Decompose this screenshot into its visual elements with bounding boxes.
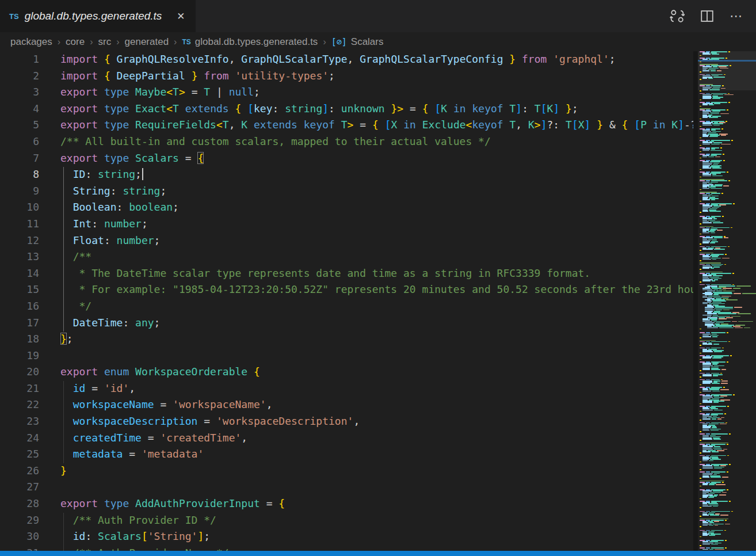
breadcrumb-item-global-db-types-generated-ts[interactable]: TSglobal.db.types.generated.ts	[182, 36, 318, 48]
minimap-line	[700, 376, 755, 378]
indent-guide	[63, 167, 64, 332]
code-line[interactable]: 27	[0, 479, 693, 496]
code-line[interactable]: 21 id = 'id',	[0, 380, 693, 397]
tab-bar: TS global.db.types.generated.ts ✕ ⋯	[0, 0, 756, 32]
open-changes-icon[interactable]	[670, 9, 685, 24]
code-line[interactable]: 25 metadata = 'metadata'	[0, 446, 693, 463]
line-number: 22	[0, 397, 39, 413]
code-line[interactable]: 15 * For example: "1985-04-12T23:20:50.5…	[0, 281, 693, 298]
code-line[interactable]: 24 createdTime = 'createdTime',	[0, 430, 693, 447]
line-number: 9	[0, 183, 39, 200]
minimap-line	[700, 234, 755, 235]
code-line[interactable]: 1import { GraphQLResolveInfo, GraphQLSca…	[0, 51, 693, 68]
close-icon[interactable]: ✕	[174, 9, 187, 24]
vscode-window: TS global.db.types.generated.ts ✕ ⋯	[0, 0, 756, 556]
code-line[interactable]: 18};	[0, 331, 693, 348]
breadcrumb-item-core[interactable]: core	[66, 36, 85, 48]
code-line[interactable]: 14 * The DateTime scalar type represents…	[0, 265, 693, 282]
code-line[interactable]: 30 id: Scalars['String'];	[0, 528, 693, 545]
code-line[interactable]: 13 /**	[0, 249, 693, 265]
code-text: export enum WorkspaceOrderable {	[39, 364, 260, 380]
code-line[interactable]: 16 */	[0, 298, 693, 315]
more-actions-icon[interactable]: ⋯	[730, 10, 743, 22]
code-line[interactable]: 2import { DeepPartial } from 'utility-ty…	[0, 68, 693, 85]
code-line[interactable]: 6/** All built-in and custom scalars, ma…	[0, 134, 693, 150]
code-line[interactable]: 4export type Exact<T extends { [key: str…	[0, 101, 693, 117]
minimap-line	[700, 138, 755, 139]
code-text: workspaceDescription = 'workspaceDescrip…	[39, 413, 360, 430]
code-line[interactable]: 11 Int: number;	[0, 216, 693, 233]
minimap-line	[700, 281, 755, 283]
code-text: export type RequireFields<T, K extends k…	[39, 117, 693, 134]
breadcrumb: packages›core›src›generated›TSglobal.db.…	[0, 32, 756, 51]
code-text: /** Auth Provider ID */	[39, 512, 216, 529]
code-line[interactable]: 29 /** Auth Provider ID */	[0, 512, 693, 529]
minimap-line	[700, 411, 755, 412]
minimap-line	[700, 507, 755, 508]
code-line[interactable]: 5export type RequireFields<T, K extends …	[0, 117, 693, 134]
code-text: * For example: "1985-04-12T23:20:50.52Z"…	[39, 281, 693, 298]
code-line[interactable]: 22 workspaceName = 'workspaceName',	[0, 397, 693, 413]
minimap-line	[700, 536, 755, 538]
code-line[interactable]: 8 ID: string;	[0, 166, 693, 183]
breadcrumb-item-src[interactable]: src	[98, 36, 112, 48]
tab-global-db-types[interactable]: TS global.db.types.generated.ts ✕	[0, 0, 196, 32]
line-number: 28	[0, 496, 39, 512]
minimap[interactable]	[698, 51, 756, 551]
code-editor[interactable]: 1import { GraphQLResolveInfo, GraphQLSca…	[0, 51, 693, 551]
code-line[interactable]: 10 Boolean: boolean;	[0, 199, 693, 216]
code-line[interactable]: 31 /** Auth Provider Name */	[0, 545, 693, 551]
breadcrumb-item-packages[interactable]: packages	[10, 36, 52, 48]
minimap-line	[700, 250, 755, 251]
line-number: 16	[0, 298, 39, 315]
code-line[interactable]: 17 DateTime: any;	[0, 315, 693, 332]
minimap-line	[700, 260, 755, 261]
code-text: export type Maybe<T> = T | null;	[39, 84, 260, 101]
line-number: 27	[0, 479, 39, 496]
minimap-line	[700, 106, 755, 107]
line-number: 26	[0, 463, 39, 479]
code-line[interactable]: 19	[0, 348, 693, 364]
code-text	[39, 479, 60, 496]
code-line[interactable]: 7export type Scalars = {	[0, 150, 693, 167]
code-line[interactable]: 28export type AddAuthProviderInput = {	[0, 496, 693, 512]
status-bar[interactable]	[0, 551, 756, 556]
split-editor-icon[interactable]	[700, 9, 715, 24]
code-line[interactable]: 23 workspaceDescription = 'workspaceDesc…	[0, 413, 693, 430]
tab-bar-empty-space	[196, 0, 657, 32]
line-number: 29	[0, 512, 39, 529]
line-number: 20	[0, 364, 39, 380]
line-number: 31	[0, 545, 39, 551]
minimap-slider[interactable]	[698, 51, 756, 90]
editor-minimap-gap	[693, 51, 698, 551]
line-number: 11	[0, 216, 39, 233]
breadcrumb-label: global.db.types.generated.ts	[195, 36, 318, 48]
breadcrumb-item-scalars[interactable]: [⊘]Scalars	[331, 36, 384, 48]
code-text: export type Exact<T extends { [key: stri…	[39, 101, 578, 117]
breadcrumb-label: core	[66, 36, 85, 48]
minimap-line	[700, 100, 755, 101]
minimap-line	[700, 345, 755, 346]
code-text: Float: number;	[39, 233, 160, 249]
breadcrumb-label: packages	[10, 36, 52, 48]
code-text: createdTime = 'createdTime',	[39, 430, 247, 447]
code-line[interactable]: 12 Float: number;	[0, 233, 693, 249]
minimap-line	[700, 158, 755, 159]
breadcrumb-item-generated[interactable]: generated	[125, 36, 169, 48]
code-text: ID: string;	[39, 166, 143, 183]
breadcrumb-label: Scalars	[351, 36, 384, 48]
minimap-line	[700, 90, 755, 92]
code-text: id = 'id',	[39, 380, 135, 397]
minimap-line	[700, 119, 755, 120]
minimap-line	[700, 212, 755, 213]
code-line[interactable]: 9 String: string;	[0, 183, 693, 200]
code-line[interactable]: 26}	[0, 463, 693, 479]
minimap-line	[700, 420, 755, 421]
code-line[interactable]: 20export enum WorkspaceOrderable {	[0, 364, 693, 380]
line-number: 18	[0, 331, 39, 348]
code-line[interactable]: 3export type Maybe<T> = T | null;	[0, 84, 693, 101]
line-number: 7	[0, 150, 39, 167]
line-number: 6	[0, 134, 39, 150]
minimap-line	[700, 486, 755, 487]
breadcrumb-label: generated	[125, 36, 169, 48]
